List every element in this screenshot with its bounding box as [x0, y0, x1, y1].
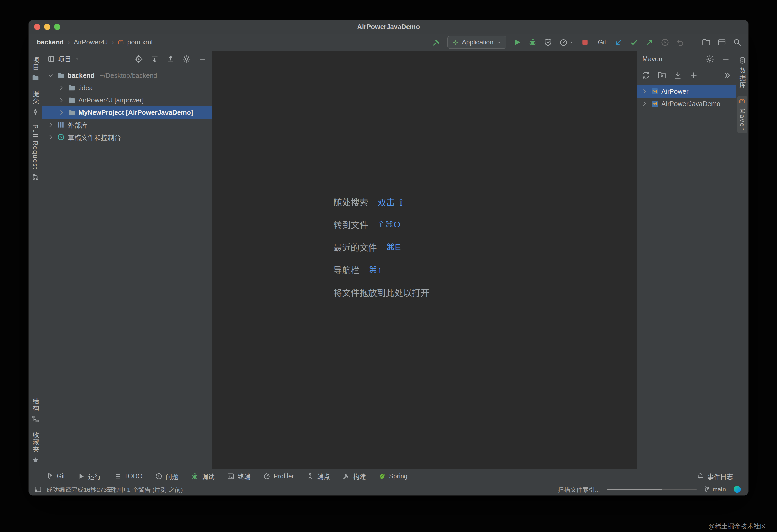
status-bar-right: 扫描文件索引... main: [558, 485, 742, 494]
tree-item-label: AirPower4J [airpower]: [78, 96, 144, 104]
collapse-all-icon[interactable]: [166, 54, 175, 64]
history-icon[interactable]: [660, 38, 670, 47]
tool-strip-button-bookmarks[interactable]: 收藏夹: [30, 430, 41, 466]
tree-item[interactable]: AirPower4J [airpower]: [42, 94, 212, 106]
tool-strip-button-maven[interactable]: Maven: [738, 96, 747, 133]
maven-panel-title: Maven: [642, 55, 662, 63]
git-commit-icon[interactable]: [630, 38, 639, 47]
minus-icon[interactable]: [198, 54, 207, 64]
tool-window-button-git[interactable]: Git: [46, 473, 65, 480]
expand-all-icon[interactable]: [150, 54, 159, 64]
star-icon: [32, 456, 39, 464]
tool-window-button-run[interactable]: 运行: [77, 472, 101, 481]
tool-strip-button-pull-request[interactable]: Pull Request: [30, 123, 40, 182]
titlebar[interactable]: AirPowerJavaDemo: [28, 20, 749, 34]
tool-window-button-label: 调试: [202, 472, 215, 481]
plus-icon[interactable]: [689, 71, 698, 80]
profiler-icon: [559, 38, 568, 47]
chevron-right-icon[interactable]: [58, 84, 65, 92]
maven-item-label: AirPower: [661, 88, 688, 96]
gradient-circle-icon[interactable]: [733, 485, 742, 494]
status-message[interactable]: 成功编译完成16秒273毫秒中 1 个警告 (片刻 之前): [46, 485, 183, 494]
tool-window-button-terminal[interactable]: 终端: [227, 472, 250, 481]
remote-folder-icon[interactable]: [702, 38, 711, 47]
maven-tree-item[interactable]: AirPowerJavaDemo: [637, 98, 736, 110]
gear-icon[interactable]: [705, 54, 714, 64]
refresh-icon[interactable]: [641, 71, 651, 80]
branch-icon: [703, 486, 710, 493]
shortcut-hint: 将文件拖放到此处以打开: [333, 281, 429, 303]
tree-item[interactable]: .idea: [42, 82, 212, 94]
breadcrumb-item[interactable]: pom.xml: [117, 38, 152, 46]
tool-window-button-profiler[interactable]: Profiler: [263, 473, 294, 480]
tool-window-button-debug[interactable]: 调试: [191, 472, 215, 481]
tool-window-button-label: 问题: [166, 472, 179, 481]
chevron-right-icon[interactable]: [58, 97, 65, 104]
maven-tree-item[interactable]: AirPower: [637, 85, 736, 98]
coverage-icon[interactable]: [543, 38, 553, 47]
editor-area[interactable]: 随处搜索双击 ⇧转到文件⇧⌘O最近的文件⌘E导航栏⌘↑将文件拖放到此处以打开: [213, 51, 637, 469]
chevron-down-icon[interactable]: [74, 56, 80, 62]
search-icon[interactable]: [733, 38, 742, 47]
minus-icon[interactable]: [721, 54, 731, 64]
tool-strip-button-commit[interactable]: 提交: [30, 89, 41, 117]
gear-icon[interactable]: [182, 54, 191, 64]
breadcrumb-item[interactable]: AirPower4J: [74, 38, 108, 46]
window-icon[interactable]: [717, 38, 727, 47]
tool-window-button-problems[interactable]: 问题: [155, 472, 179, 481]
chevron-right-icon[interactable]: [47, 134, 54, 141]
rollback-icon[interactable]: [676, 38, 685, 47]
close-window-button[interactable]: [34, 24, 40, 30]
tool-window-button-todo[interactable]: TODO: [113, 473, 143, 480]
tool-window-button-endpoints[interactable]: 端点: [306, 472, 330, 481]
tree-item[interactable]: 外部库: [42, 119, 212, 131]
tool-window-button-build[interactable]: 构建: [342, 472, 366, 481]
tree-item[interactable]: MyNewProject [AirPowerJavaDemo]: [42, 106, 212, 119]
breadcrumb-item[interactable]: backend: [37, 38, 64, 46]
hint-shortcut: ⌘E: [386, 242, 401, 252]
chevron-right-icon[interactable]: [641, 88, 648, 95]
download-icon[interactable]: [673, 71, 682, 80]
locate-icon[interactable]: [134, 54, 143, 64]
project-header-icons: [134, 54, 207, 64]
chevron-right-icon[interactable]: [58, 109, 65, 116]
window-title: AirPowerJavaDemo: [28, 23, 749, 31]
chevrons-right-icon[interactable]: [722, 71, 732, 80]
hint-shortcut: ⇧⌘O: [377, 219, 400, 230]
panel-toggle-icon[interactable]: [34, 486, 42, 493]
tool-strip-label: 项目: [31, 56, 40, 71]
tool-window-button-label: TODO: [124, 473, 143, 480]
build-hammer-icon[interactable]: [432, 38, 441, 47]
bottom-bar-right: 事件日志: [696, 472, 733, 481]
git-update-icon[interactable]: [614, 38, 623, 47]
tree-item[interactable]: 草稿文件和控制台: [42, 131, 212, 143]
breadcrumb-item-label: backend: [37, 38, 64, 46]
run-config-selector[interactable]: Application: [447, 36, 507, 48]
git-push-icon[interactable]: [645, 38, 654, 47]
tool-strip-button-database[interactable]: 数据库: [737, 55, 748, 90]
tool-window-button-label: 终端: [238, 472, 250, 481]
run-icon[interactable]: [513, 38, 522, 47]
tool-strip-label: 数据库: [738, 67, 747, 89]
main-area: 项目提交Pull Request 结构收藏夹 项目 backend~/Deskt…: [28, 51, 749, 469]
gen-folder-icon[interactable]: [657, 71, 667, 80]
tree-item[interactable]: backend~/Desktop/backend: [42, 69, 212, 82]
fullscreen-window-button[interactable]: [54, 24, 60, 30]
shortcut-hint: 导航栏⌘↑: [333, 258, 429, 281]
toolbar-right: ApplicationGit:: [432, 36, 742, 48]
stop-icon[interactable]: [580, 38, 590, 47]
chevron-right-icon[interactable]: [641, 100, 648, 107]
tool-strip-button-projects[interactable]: 项目: [30, 55, 41, 83]
tool-window-button-event-log[interactable]: 事件日志: [696, 472, 733, 481]
chevron-right-icon[interactable]: [47, 121, 54, 128]
tool-window-button-label: 构建: [353, 472, 366, 481]
debug-icon[interactable]: [528, 38, 537, 47]
project-panel-title[interactable]: 项目: [58, 54, 71, 64]
caret-down-icon: [496, 39, 502, 45]
tool-strip-button-structure[interactable]: 结构: [30, 396, 41, 424]
profiler-button[interactable]: [559, 38, 574, 47]
chevron-down-icon[interactable]: [47, 72, 54, 79]
git-branch-widget[interactable]: main: [703, 486, 726, 493]
tool-window-button-spring[interactable]: Spring: [378, 473, 408, 480]
minimize-window-button[interactable]: [44, 24, 50, 30]
